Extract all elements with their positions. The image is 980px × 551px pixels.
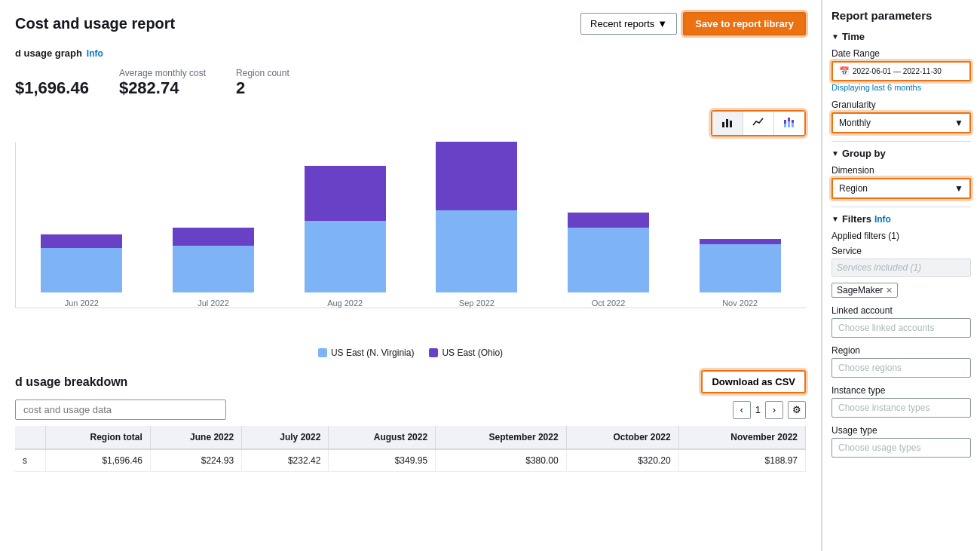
bar-chart: Jun 2022Jul 2022Aug 2022Sep 2022Oct 2022… xyxy=(15,142,806,338)
chevron-down-icon: ▼ xyxy=(954,118,963,128)
header-actions: Recent reports ▼ Save to report library xyxy=(580,12,806,35)
bar-group: Jul 2022 xyxy=(155,228,272,308)
stacked-bar xyxy=(305,166,386,292)
search-input[interactable] xyxy=(15,399,226,420)
table-header-row: Region total June 2022 July 2022 August … xyxy=(15,426,806,449)
breakdown-table: Region total June 2022 July 2022 August … xyxy=(15,426,806,472)
sidebar-title: Report parameters xyxy=(831,9,971,22)
bar-segment-virginia xyxy=(436,210,517,292)
recent-reports-button[interactable]: Recent reports ▼ xyxy=(580,13,677,35)
chart-controls xyxy=(15,110,806,136)
bar-segment-ohio xyxy=(305,166,386,221)
next-page-button[interactable]: › xyxy=(765,401,783,419)
svg-rect-5 xyxy=(788,121,790,127)
linked-account-field: Linked account Choose linked accounts xyxy=(831,305,971,338)
prev-page-button[interactable]: ‹ xyxy=(733,401,751,419)
groupby-section-header[interactable]: ▼ Group by xyxy=(831,148,971,159)
bar-label: Jul 2022 xyxy=(198,298,229,308)
dimension-select[interactable]: Region ▼ xyxy=(831,178,971,199)
col-label xyxy=(15,426,46,449)
bar-group: Jun 2022 xyxy=(23,234,140,308)
graph-info-link[interactable]: Info xyxy=(87,48,103,59)
chevron-down-icon: ▼ xyxy=(657,18,667,29)
region-select[interactable]: Choose regions xyxy=(831,358,971,378)
usage-type-field: Usage type Choose usage types xyxy=(831,425,971,458)
download-csv-button[interactable]: Download as CSV xyxy=(701,370,806,393)
bar-group: Nov 2022 xyxy=(681,239,798,308)
chevron-down-icon: ▼ xyxy=(954,183,963,194)
stacked-bar xyxy=(700,239,781,292)
table-controls: ‹ 1 › ⚙ xyxy=(15,399,806,420)
breakdown-header: d usage breakdown Download as CSV xyxy=(15,370,806,393)
stacked-bar xyxy=(436,142,517,292)
sidebar: Report parameters ▼ Time Date Range 📅 20… xyxy=(822,0,980,551)
triangle-icon: ▼ xyxy=(831,215,839,223)
bar-group: Oct 2022 xyxy=(550,213,667,308)
page-header: Cost and usage report Recent reports ▼ S… xyxy=(15,12,806,35)
col-region-total: Region total xyxy=(46,426,151,449)
bar-segment-virginia xyxy=(41,248,122,292)
table-row: s $1,696.46 $224.93 $232.42 $349.95 $380… xyxy=(15,449,806,472)
bar-segment-ohio xyxy=(568,213,649,228)
legend-virginia: US East (N. Virginia) xyxy=(318,347,414,358)
sidebar-section-filters: ▼ Filters Info Applied filters (1) Servi… xyxy=(831,213,971,458)
linked-account-select[interactable]: Choose linked accounts xyxy=(831,318,971,338)
remove-sagemaker-button[interactable]: ✕ xyxy=(886,286,893,295)
instance-type-select[interactable]: Choose instance types xyxy=(831,398,971,418)
service-included[interactable]: Services included (1) xyxy=(831,259,971,277)
avg-monthly-cost-stat: Average monthly cost $282.74 xyxy=(119,68,206,98)
svg-rect-2 xyxy=(730,121,732,127)
stacked-bar xyxy=(173,228,254,292)
col-october: October 2022 xyxy=(566,426,678,449)
breakdown-title: d usage breakdown xyxy=(15,375,127,389)
usage-type-select[interactable]: Choose usage types xyxy=(831,438,971,458)
col-june: June 2022 xyxy=(150,426,241,449)
bar-segment-ohio xyxy=(173,228,254,246)
filters-section-header[interactable]: ▼ Filters Info xyxy=(831,213,971,225)
current-page: 1 xyxy=(755,404,761,415)
chart-area: Jun 2022Jul 2022Aug 2022Sep 2022Oct 2022… xyxy=(15,142,806,308)
triangle-icon: ▼ xyxy=(831,32,839,41)
bar-chart-button[interactable] xyxy=(712,112,743,135)
svg-rect-3 xyxy=(784,124,786,127)
line-chart-button[interactable] xyxy=(743,112,774,135)
calendar-icon: 📅 xyxy=(839,66,850,76)
granularity-select[interactable]: Monthly ▼ xyxy=(831,112,971,133)
dimension-field: Dimension Region ▼ xyxy=(831,165,971,199)
bar-label: Sep 2022 xyxy=(459,298,495,308)
col-september: September 2022 xyxy=(436,426,567,449)
bar-segment-virginia xyxy=(568,228,649,292)
triangle-icon: ▼ xyxy=(831,149,839,158)
filters-info-link[interactable]: Info xyxy=(874,214,891,225)
divider xyxy=(831,207,971,207)
granularity-field: Granularity Monthly ▼ xyxy=(831,99,971,133)
legend-ohio: US East (Ohio) xyxy=(429,347,503,358)
table-settings-button[interactable]: ⚙ xyxy=(788,401,806,419)
row-july: $232.42 xyxy=(242,449,329,472)
bar-segment-virginia xyxy=(700,244,781,292)
bar-label: Aug 2022 xyxy=(327,298,363,308)
stacked-bar xyxy=(41,234,122,292)
row-june: $224.93 xyxy=(150,449,241,472)
applied-filters-label: Applied filters (1) xyxy=(831,231,971,241)
chart-type-button-group xyxy=(711,110,806,136)
displaying-text: Displaying last 6 months xyxy=(831,83,971,92)
row-august: $349.95 xyxy=(329,449,436,472)
sidebar-section-groupby: ▼ Group by Dimension Region ▼ xyxy=(831,148,971,199)
bar-label: Oct 2022 xyxy=(592,298,626,308)
graph-section-label: d usage graph Info xyxy=(15,47,806,59)
svg-rect-0 xyxy=(722,122,724,127)
bar-segment-ohio xyxy=(436,142,517,210)
date-range-input[interactable]: 📅 2022-06-01 — 2022-11-30 xyxy=(831,61,971,81)
stacked-bar xyxy=(568,213,649,292)
svg-rect-4 xyxy=(784,120,786,124)
svg-rect-1 xyxy=(726,119,728,127)
bar-group: Aug 2022 xyxy=(286,166,403,308)
date-range-field: Date Range 📅 2022-06-01 — 2022-11-30 Dis… xyxy=(831,48,971,92)
time-section-header[interactable]: ▼ Time xyxy=(831,31,971,42)
page-title: Cost and usage report xyxy=(15,15,175,32)
row-label: s xyxy=(15,449,46,472)
stacked-bar-chart-button[interactable] xyxy=(774,112,804,135)
chart-legend: US East (N. Virginia) US East (Ohio) xyxy=(15,347,806,358)
save-to-library-button[interactable]: Save to report library xyxy=(683,12,806,35)
